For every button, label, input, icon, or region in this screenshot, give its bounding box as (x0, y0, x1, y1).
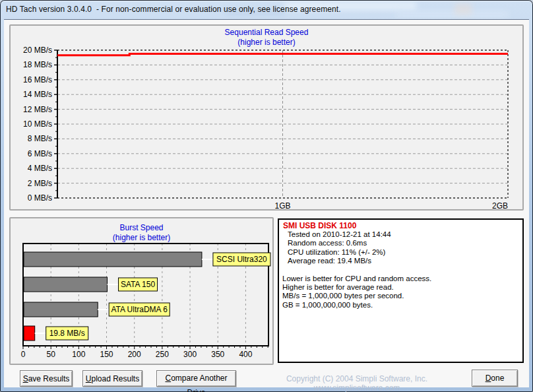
burst-x-label: 250 (156, 350, 169, 359)
bar-label: 19.8 MB/s (49, 329, 85, 338)
x-tick-label: 1GB (274, 201, 290, 209)
cpu-utilization: CPU utilization: 11% (+/- 2%) (288, 248, 520, 257)
client-area: Sequential Read Speed (higher is better)… (4, 19, 529, 387)
y-tick-label: 16 MB/s (23, 75, 52, 84)
burst-x-label: 50 (46, 350, 55, 359)
burst-x-label: 150 (100, 350, 113, 359)
random-access: Random access: 0.6ms (288, 239, 520, 247)
compare-another-drive-button[interactable]: Compare Another Drive (156, 370, 236, 387)
titlebar[interactable]: HD Tach version 3.0.4.0 - For non-commer… (0, 0, 533, 19)
burst-x-label: 100 (72, 350, 85, 359)
y-tick-label: 14 MB/s (23, 90, 52, 99)
y-tick-label: 18 MB/s (23, 60, 52, 69)
upload-results-button[interactable]: Upload Results (82, 370, 142, 387)
burst-bar (24, 277, 108, 292)
note-line: Lower is better for CPU and random acces… (282, 275, 520, 283)
copyright-text: Copyright (C) 2004 Simpli Software, Inc.… (248, 374, 466, 392)
bar-label: SATA 150 (121, 280, 156, 289)
burst-speed-panel: Burst Speed (higher is better) SCSI Ultr… (9, 217, 274, 365)
x-tick-label: 2GB (492, 201, 508, 209)
window-title: HD Tach version 3.0.4.0 - For non-commer… (6, 5, 341, 14)
y-tick-label: 20 MB/s (23, 46, 52, 55)
note-line: GB = 1,000,000,000 bytes. (282, 301, 520, 310)
burst-chart-svg: SCSI Ultra320SATA 150ATA UltraDMA 619.8 … (11, 218, 272, 364)
burst-x-label: 0 (21, 350, 26, 359)
note-line: MB/s = 1,000,000 bytes per second. (282, 292, 520, 300)
tested-on-line: Tested on 2010-12-21 at 14:44 (288, 230, 520, 239)
note-line: Higher is better for average read. (282, 283, 520, 292)
y-tick-label: 6 MB/s (28, 149, 52, 158)
drive-name: SMI USB DISK 1100 (283, 221, 520, 230)
burst-x-label: 400 (239, 350, 252, 359)
burst-x-label: 350 (211, 350, 224, 359)
hd-tach-window: HD Tach version 3.0.4.0 - For non-commer… (0, 0, 533, 392)
y-tick-label: 4 MB/s (28, 164, 52, 173)
y-tick-label: 10 MB/s (23, 119, 52, 129)
average-read: Average read: 19.4 MB/s (288, 257, 520, 265)
save-results-button[interactable]: Save Results (20, 370, 73, 387)
done-button[interactable]: Done (472, 370, 518, 387)
burst-bar (24, 302, 98, 317)
drive-info-panel: SMI USB DISK 1100 Tested on 2010-12-21 a… (278, 218, 524, 363)
y-tick-label: 2 MB/s (28, 179, 52, 188)
y-tick-label: 8 MB/s (28, 134, 52, 143)
burst-bar (24, 326, 35, 341)
burst-x-label: 200 (128, 350, 141, 359)
sequential-read-panel: Sequential Read Speed (higher is better)… (9, 24, 524, 211)
read-chart-svg: 20 MB/s18 MB/s16 MB/s14 MB/s12 MB/s10 MB… (11, 26, 522, 209)
bar-label: ATA UltraDMA 6 (111, 305, 168, 314)
burst-x-label: 300 (183, 350, 197, 359)
y-tick-label: 0 MB/s (28, 193, 52, 203)
bar-label: SCSI Ultra320 (216, 255, 267, 264)
burst-bar (24, 252, 202, 267)
y-tick-label: 12 MB/s (23, 105, 52, 114)
